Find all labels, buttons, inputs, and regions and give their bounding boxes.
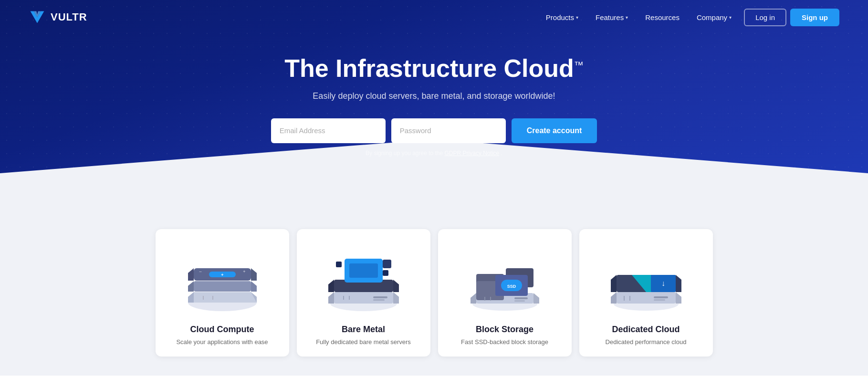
svg-marker-55 xyxy=(676,275,681,292)
vultr-logo-icon xyxy=(29,9,46,26)
svg-rect-29 xyxy=(383,270,388,276)
card-cloud-compute[interactable]: + – + Cloud Compute Scale your applicati… xyxy=(156,229,289,357)
svg-marker-6 xyxy=(188,292,257,303)
svg-rect-61 xyxy=(654,296,668,298)
nav-link-company[interactable]: Company ▾ xyxy=(690,10,738,25)
logo[interactable]: VULTR xyxy=(29,9,87,26)
svg-rect-34 xyxy=(373,299,385,301)
svg-rect-7 xyxy=(194,281,251,292)
card-bare-metal[interactable]: Bare Metal Fully dedicated bare metal se… xyxy=(297,229,430,357)
card-cloud-compute-title: Cloud Compute xyxy=(190,325,254,335)
products-section: + – + Cloud Compute Scale your applicati… xyxy=(0,200,868,376)
signup-form: Create account xyxy=(271,118,597,143)
hero-disclaimer: By signing up you agree to the GDPR Priv… xyxy=(366,150,502,157)
nav-item-company[interactable]: Company ▾ xyxy=(690,10,738,25)
brand-name: VULTR xyxy=(51,11,87,23)
nav-link-resources[interactable]: Resources xyxy=(638,10,686,25)
svg-marker-25 xyxy=(393,280,399,292)
svg-rect-62 xyxy=(654,299,665,301)
svg-marker-37 xyxy=(471,293,476,304)
card-cloud-compute-desc: Scale your applications with ease xyxy=(176,337,268,347)
block-storage-icon: SSD xyxy=(462,241,548,317)
svg-text:↓: ↓ xyxy=(661,279,665,287)
nav-item-features[interactable]: Features ▾ xyxy=(589,10,635,25)
nav-item-resources[interactable]: Resources xyxy=(638,10,686,25)
svg-marker-52 xyxy=(676,292,681,304)
nav-link-products[interactable]: Products ▾ xyxy=(539,10,585,25)
svg-marker-54 xyxy=(611,275,617,292)
svg-marker-4 xyxy=(188,292,194,303)
svg-marker-9 xyxy=(251,281,257,292)
login-button[interactable]: Log in xyxy=(744,9,786,26)
card-dedicated-cloud-title: Dedicated Cloud xyxy=(612,325,680,335)
signup-button[interactable]: Sign up xyxy=(790,9,839,26)
hero-title: The Infrastructure Cloud™ xyxy=(284,54,584,83)
hero-subtitle: Easily deploy cloud servers, bare metal,… xyxy=(313,91,555,101)
svg-marker-8 xyxy=(188,281,194,292)
svg-text:–: – xyxy=(199,269,201,274)
email-input[interactable] xyxy=(271,118,386,143)
svg-marker-12 xyxy=(251,268,257,281)
chevron-down-icon: ▾ xyxy=(729,15,732,20)
bare-metal-icon xyxy=(321,241,407,317)
card-dedicated-cloud-desc: Dedicated performance cloud xyxy=(606,337,687,347)
svg-marker-21 xyxy=(328,292,334,304)
svg-rect-27 xyxy=(349,263,378,278)
navigation: VULTR Products ▾ Features ▾ Resources Co… xyxy=(0,0,868,34)
svg-marker-51 xyxy=(611,292,617,304)
dedicated-cloud-icon: ↓ xyxy=(603,241,689,317)
create-account-button[interactable]: Create account xyxy=(512,118,597,143)
card-bare-metal-desc: Fully dedicated bare metal servers xyxy=(316,337,411,347)
svg-text:+: + xyxy=(221,273,223,277)
nav-links: Products ▾ Features ▾ Resources Company … xyxy=(539,10,738,25)
svg-rect-48 xyxy=(514,300,525,302)
card-block-storage-desc: Fast SSD-backed block storage xyxy=(461,337,548,347)
nav-link-features[interactable]: Features ▾ xyxy=(589,10,635,25)
svg-rect-33 xyxy=(373,296,387,298)
svg-marker-22 xyxy=(393,292,399,304)
svg-text:+: + xyxy=(243,269,245,274)
chevron-down-icon: ▾ xyxy=(576,15,578,20)
chevron-down-icon: ▾ xyxy=(626,15,628,20)
svg-text:SSD: SSD xyxy=(507,284,516,289)
gdpr-link[interactable]: GDPR Privacy Notice xyxy=(445,150,500,157)
svg-rect-47 xyxy=(514,297,528,299)
card-block-storage[interactable]: SSD Block Storage Fast SSD-backed block … xyxy=(438,229,572,357)
cloud-compute-icon: + – + xyxy=(179,241,265,317)
svg-rect-28 xyxy=(383,260,391,268)
svg-rect-30 xyxy=(336,262,342,267)
nav-item-products[interactable]: Products ▾ xyxy=(539,10,585,25)
password-input[interactable] xyxy=(391,118,506,143)
svg-marker-38 xyxy=(533,293,539,304)
svg-marker-11 xyxy=(188,268,194,281)
card-bare-metal-title: Bare Metal xyxy=(342,325,385,335)
card-block-storage-title: Block Storage xyxy=(476,325,533,335)
card-dedicated-cloud[interactable]: ↓ Dedicated Cloud Dedicated performance … xyxy=(579,229,713,357)
svg-marker-24 xyxy=(328,280,334,292)
